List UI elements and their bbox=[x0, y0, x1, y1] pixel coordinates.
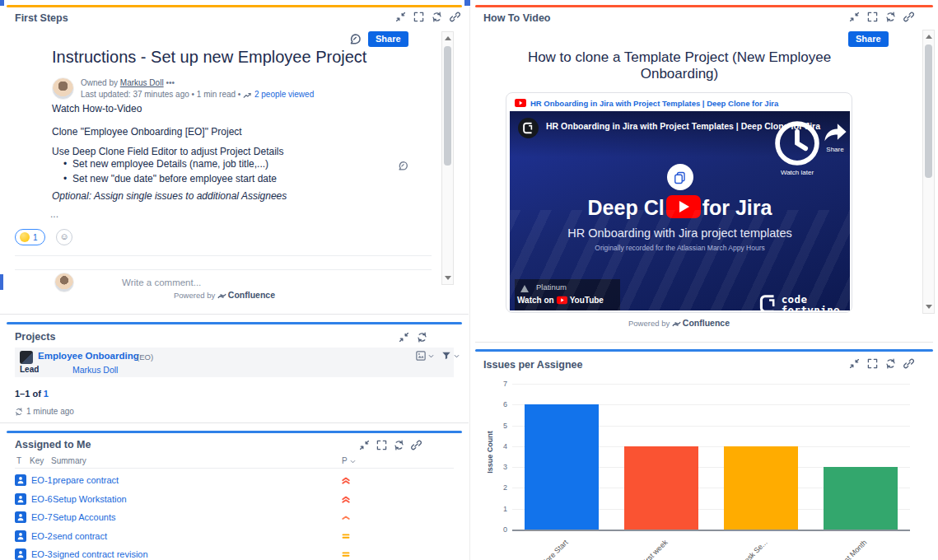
y-tick-label: 4 bbox=[492, 442, 507, 450]
issue-key-link[interactable]: EO-6 bbox=[31, 494, 53, 504]
scroll-up-icon[interactable] bbox=[445, 36, 451, 40]
issue-key-link[interactable]: EO-7 bbox=[31, 512, 53, 522]
scrollbar-thumb[interactable] bbox=[925, 44, 932, 178]
issue-summary-link[interactable]: send contract bbox=[53, 531, 107, 541]
doc-paragraph: Watch How-to-Video bbox=[52, 103, 142, 114]
minimize-icon[interactable] bbox=[399, 332, 409, 343]
chart-bar[interactable] bbox=[824, 467, 898, 530]
scrollbar[interactable] bbox=[922, 30, 935, 314]
reports-dropdown[interactable] bbox=[416, 351, 435, 361]
issue-summary-link[interactable]: signed contract revision bbox=[53, 549, 148, 559]
table-row[interactable]: EO-1 prepare contract bbox=[15, 473, 454, 491]
minimize-icon[interactable] bbox=[359, 440, 370, 450]
link-icon[interactable] bbox=[903, 12, 914, 22]
table-row[interactable]: EO-7 Setup Accounts bbox=[15, 510, 454, 528]
minimize-icon[interactable] bbox=[849, 12, 860, 22]
minimize-icon[interactable] bbox=[395, 12, 406, 22]
expand-icon[interactable] bbox=[867, 12, 878, 22]
screen-artifact bbox=[0, 274, 3, 290]
inline-comment-icon[interactable] bbox=[398, 161, 408, 171]
owner-link[interactable]: Markus Doll bbox=[120, 78, 164, 87]
project-name-link[interactable]: Employee Onboarding bbox=[38, 351, 139, 361]
x-tick-label: First week bbox=[640, 538, 670, 560]
expand-icon[interactable] bbox=[376, 440, 387, 450]
x-tick-label: Before Start bbox=[536, 538, 570, 560]
col-header-key[interactable]: Key bbox=[30, 456, 44, 465]
platinum-label: Platinum bbox=[536, 282, 567, 292]
y-tick-label: 3 bbox=[492, 463, 507, 471]
table-row[interactable]: EO-6 Setup Workstation bbox=[15, 492, 454, 510]
watch-on-youtube[interactable]: Platinum Watch on YouTube bbox=[515, 279, 620, 310]
channel-avatar[interactable] bbox=[518, 118, 539, 138]
issue-summary-link[interactable]: Setup Accounts bbox=[53, 512, 115, 522]
chart-plot: Issue Count 01234567Before StartFirst we… bbox=[512, 384, 910, 531]
divider bbox=[15, 255, 432, 256]
link-icon[interactable] bbox=[450, 12, 460, 22]
scroll-down-icon[interactable] bbox=[445, 276, 451, 280]
gridline bbox=[512, 384, 910, 385]
gadget-title-chart: Issues per Assignee bbox=[483, 359, 582, 371]
issue-summary-link[interactable]: prepare contract bbox=[53, 475, 119, 485]
chart-bar[interactable] bbox=[525, 404, 599, 530]
scrollbar-thumb[interactable] bbox=[444, 46, 451, 166]
link-icon[interactable] bbox=[903, 358, 914, 369]
refresh-icon[interactable] bbox=[15, 408, 23, 416]
refresh-icon[interactable] bbox=[432, 12, 442, 22]
chart-image-icon bbox=[416, 351, 426, 361]
col-header-type[interactable]: T bbox=[16, 456, 21, 465]
analytics-icon bbox=[243, 91, 252, 100]
play-button[interactable] bbox=[666, 195, 701, 218]
video-player[interactable]: HR Onboarding in Jira with Project Templ… bbox=[510, 111, 850, 310]
issue-summary-link[interactable]: Setup Workstation bbox=[53, 494, 127, 504]
more-menu-icon[interactable]: ••• bbox=[166, 78, 175, 87]
chart-bar[interactable] bbox=[624, 446, 698, 530]
gadget-title-assigned: Assigned to Me bbox=[15, 439, 91, 450]
reaction-count: 1 bbox=[33, 233, 38, 242]
platinum-logo-icon bbox=[520, 285, 529, 292]
issue-key-link[interactable]: EO-1 bbox=[31, 475, 53, 485]
filter-dropdown[interactable] bbox=[441, 351, 460, 361]
table-row[interactable]: EO-3 signed contract revision bbox=[15, 547, 454, 560]
player-share-button[interactable]: Share bbox=[821, 118, 849, 153]
thumbs-up-emoji bbox=[20, 232, 30, 242]
share-button[interactable]: Share bbox=[368, 31, 408, 47]
doc-paragraph: Clone "Employee Onboarding [EO]" Project bbox=[52, 126, 242, 138]
scroll-up-icon[interactable] bbox=[926, 35, 932, 39]
refresh-icon[interactable] bbox=[394, 440, 404, 450]
owner-avatar[interactable] bbox=[52, 77, 74, 100]
comment-input[interactable]: Write a comment... bbox=[122, 278, 201, 287]
feedback-comment-icon[interactable] bbox=[349, 33, 362, 45]
pagination: 1–1 of 1 bbox=[15, 389, 49, 399]
project-row[interactable]: Employee Onboarding (EO) Lead Markus Dol… bbox=[15, 348, 454, 377]
page-link[interactable]: 1 bbox=[44, 389, 49, 399]
chart-bar[interactable] bbox=[724, 446, 798, 530]
issue-key-link[interactable]: EO-2 bbox=[31, 531, 53, 541]
video-title-link[interactable]: HR Onboarding in Jira with Project Templ… bbox=[530, 99, 778, 108]
watch-later-button[interactable]: Watch later bbox=[772, 118, 823, 176]
y-tick-label: 6 bbox=[492, 400, 507, 408]
divider bbox=[15, 468, 454, 469]
expand-icon[interactable] bbox=[867, 358, 878, 369]
col-header-priority[interactable]: P bbox=[342, 456, 357, 465]
refresh-icon[interactable] bbox=[885, 12, 896, 22]
scrollbar[interactable] bbox=[441, 31, 454, 285]
lead-link[interactable]: Markus Doll bbox=[72, 365, 118, 375]
link-icon[interactable] bbox=[411, 440, 422, 450]
table-row[interactable]: EO-2 send contract bbox=[15, 529, 454, 547]
viewers-link[interactable]: 2 people viewed bbox=[254, 90, 314, 99]
refresh-icon[interactable] bbox=[885, 358, 896, 369]
refresh-icon[interactable] bbox=[417, 332, 427, 343]
expand-icon[interactable] bbox=[413, 12, 424, 22]
scroll-down-icon[interactable] bbox=[926, 305, 932, 309]
doc-ellipsis: ... bbox=[50, 208, 58, 220]
add-reaction-button[interactable]: ☺ bbox=[56, 229, 72, 245]
powered-by-confluence: Powered by Confluence bbox=[506, 318, 852, 329]
task-icon bbox=[15, 474, 26, 486]
reaction-pill[interactable]: 1 bbox=[15, 229, 45, 245]
priority-highest-icon bbox=[341, 494, 351, 504]
col-header-summary[interactable]: Summary bbox=[51, 456, 86, 465]
minimize-icon[interactable] bbox=[849, 358, 860, 369]
issue-key-link[interactable]: EO-3 bbox=[31, 549, 53, 559]
share-button[interactable]: Share bbox=[848, 31, 889, 47]
lead-label: Lead bbox=[20, 365, 39, 374]
